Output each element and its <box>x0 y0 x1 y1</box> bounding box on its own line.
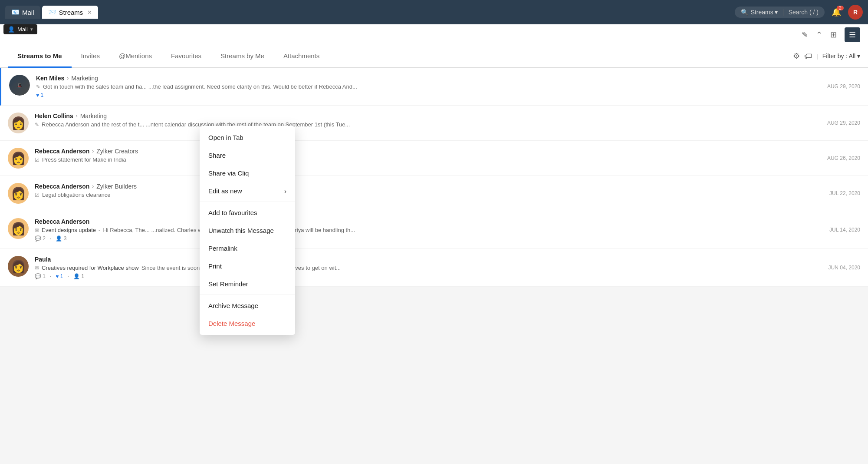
tabs-area: Streams to Me Invites @Mentions Favourit… <box>0 45 868 68</box>
ctx-edit-as-new[interactable]: Edit as new › <box>200 182 295 200</box>
message-body: ✉ Creatives required for Workplace show … <box>35 265 824 271</box>
message-date: AUG 26, 2020 <box>827 155 860 161</box>
streams-tab-close[interactable]: ✕ <box>87 9 92 16</box>
tab-streams-to-me[interactable]: Streams to Me <box>8 45 72 68</box>
collapse-icon[interactable]: ⌃ <box>816 30 822 40</box>
tab-streams-by-me[interactable]: Streams by Me <box>211 45 274 68</box>
streams-tab-label: Streams <box>59 9 83 16</box>
user-avatar[interactable]: R <box>848 5 863 20</box>
search-icon: 🔍 <box>741 9 748 16</box>
mail-tab-label: Mail <box>22 9 34 16</box>
ctx-share-via-cliq[interactable]: Share via Cliq <box>200 164 295 182</box>
message-content: Paula ✉ Creatives required for Workplace… <box>35 256 824 279</box>
message-date: JUL 22, 2020 <box>829 190 860 196</box>
sender-name: Helen Collins <box>35 113 73 119</box>
rebecca-avatar-3: 👩 <box>11 222 26 236</box>
table-row[interactable]: 🎩 Ken Miles › Marketing ✎ Got in touch w… <box>0 68 868 106</box>
tab-favourites[interactable]: Favourites <box>161 45 211 68</box>
message-body: ✉ Event designs update - Hi Rebecca, The… <box>35 227 825 233</box>
grid-icon[interactable]: ⊞ <box>830 30 837 40</box>
ctx-share[interactable]: Share <box>200 146 295 164</box>
tab-invites[interactable]: Invites <box>72 45 109 68</box>
message-header: Helen Collins › Marketing <box>35 113 823 119</box>
ctx-permalink[interactable]: Permalink <box>200 239 295 257</box>
tab-attachments[interactable]: Attachments <box>274 45 329 68</box>
ctx-set-reminder[interactable]: Set Reminder <box>200 275 295 287</box>
streams-tab[interactable]: 📨 Streams ✕ <box>42 6 99 19</box>
table-row[interactable]: 👩 Helen Collins › Marketing ✎ Rebecca An… <box>0 106 868 141</box>
rebecca-avatar-2: 👩 <box>11 186 26 201</box>
sender-name: Rebecca Anderson <box>35 148 89 155</box>
message-date: JUL 14, 2020 <box>829 227 860 233</box>
message-meta: 💬 1 · ♥ 1 · 👤 1 <box>35 273 824 279</box>
filter-by-label: Filter by : All <box>822 53 855 60</box>
compose-icon[interactable]: ✎ <box>802 30 808 40</box>
streams-icon: 📨 <box>48 8 56 16</box>
channel-name: Marketing <box>80 113 107 119</box>
message-date: JUN 04, 2020 <box>829 265 860 271</box>
context-menu: Open in Tab Share Share via Cliq Edit as… <box>200 126 295 287</box>
ken-avatar: 🎩 <box>9 75 30 96</box>
chevron-right-icon: › <box>284 187 286 195</box>
mail-tab[interactable]: 📧 Mail <box>5 6 40 19</box>
mail-icon: 📧 <box>11 8 20 16</box>
avatar: 🎩 <box>9 75 30 96</box>
sender-name: Rebecca Anderson <box>35 218 89 225</box>
message-meta: 💬 2 · 👤 3 <box>35 235 825 242</box>
sender-name: Ken Miles <box>36 75 64 82</box>
tab-mentions[interactable]: @Mentions <box>109 45 161 68</box>
message-subject: Event designs update <box>42 227 96 233</box>
message-body: ✎ Got in touch with the sales team and h… <box>36 83 823 90</box>
edit-icon: ✎ <box>35 122 39 128</box>
filter-divider: | <box>816 53 818 60</box>
filter-chevron-icon: ▾ <box>857 53 860 60</box>
edit-icon: ✎ <box>36 84 40 90</box>
sender-name: Rebecca Anderson <box>35 183 89 190</box>
members-count: 👤 3 <box>56 235 66 242</box>
message-list: 🎩 Ken Miles › Marketing ✎ Got in touch w… <box>0 68 868 287</box>
likes-count: ♥ 1 <box>36 92 43 98</box>
channel-name: Zylker Builders <box>96 183 137 190</box>
ctx-separator-1 <box>200 202 295 202</box>
table-row[interactable]: 👩 Rebecca Anderson › Zylker Creators ☑ P… <box>0 141 868 176</box>
avatar: 👩 <box>8 183 29 204</box>
avatar: 👩 <box>8 218 29 239</box>
notification-badge: 2 <box>837 6 844 10</box>
message-meta: ♥ 1 <box>36 92 823 98</box>
search-area[interactable]: 🔍 Streams ▾ Search ( / ) <box>735 7 825 18</box>
table-row[interactable]: 👩 Rebecca Anderson ✉ Event designs updat… <box>0 211 868 249</box>
message-body: ✎ Rebecca Anderson and the rest of the t… <box>35 121 823 128</box>
avatar: 👩 <box>8 256 29 277</box>
message-content: Ken Miles › Marketing ✎ Got in touch wit… <box>36 75 823 98</box>
sender-name: Paula <box>35 256 51 263</box>
channel-name: Zylker Creators <box>96 148 138 155</box>
likes-count: ♥ 1 <box>56 273 63 279</box>
search-scope[interactable]: Streams ▾ <box>751 9 778 16</box>
mail-tooltip[interactable]: 👤 Mail <box>3 24 37 34</box>
checkbox-icon: ☑ <box>35 192 39 198</box>
rebecca-avatar: 👩 <box>11 151 26 166</box>
table-row[interactable]: 👩 Paula ✉ Creatives required for Workpla… <box>0 249 868 287</box>
ctx-open-in-tab[interactable]: Open in Tab <box>200 129 295 146</box>
ctx-print[interactable]: Print <box>200 257 295 275</box>
chevron-down-icon: ▾ <box>775 9 778 16</box>
notifications-icon[interactable]: 🔔 2 <box>832 7 841 17</box>
filter-by-selector[interactable]: Filter by : All ▾ <box>822 53 860 60</box>
filter-icon[interactable]: ⚙ <box>793 51 800 61</box>
ctx-unwatch[interactable]: Unwatch this Message <box>200 222 295 239</box>
tag-icon[interactable]: 🏷 <box>804 52 812 61</box>
ctx-add-to-favourites[interactable]: Add to favourites <box>200 204 295 222</box>
tab-nav: Streams to Me Invites @Mentions Favourit… <box>8 45 329 67</box>
helen-avatar: 👩 <box>11 116 26 130</box>
message-body: ☑ Legal obligations clearance <box>35 192 825 198</box>
table-row[interactable]: 👩 Rebecca Anderson › Zylker Builders ☑ L… <box>0 176 868 211</box>
replies-count: 💬 2 <box>35 235 46 242</box>
avatar: 👩 <box>8 148 29 169</box>
paula-avatar: 👩 <box>11 259 26 274</box>
members-count: 👤 1 <box>73 273 84 279</box>
avatar: 👩 <box>8 113 29 133</box>
menu-icon[interactable]: ☰ <box>845 27 860 42</box>
search-divider <box>783 9 783 16</box>
tooltip-avatar: 👤 <box>8 26 15 33</box>
replies-count: 💬 1 <box>35 273 46 279</box>
